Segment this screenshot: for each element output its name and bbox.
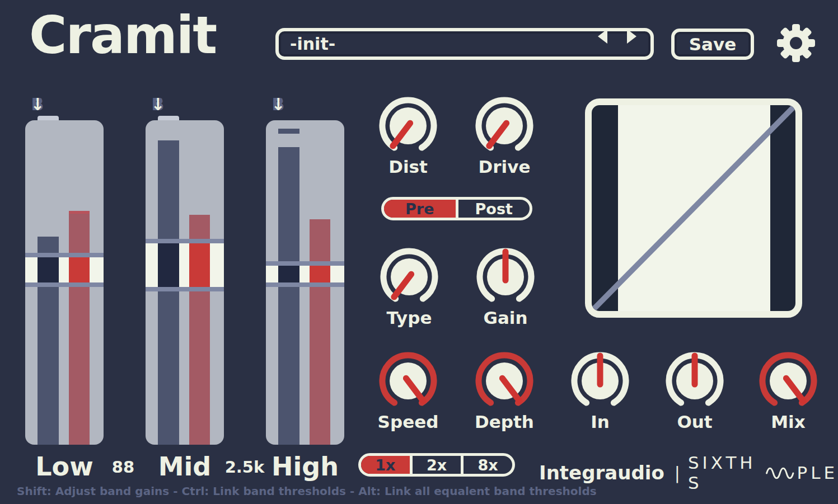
type-knob-label: Type — [364, 307, 454, 328]
mid-threshold-zone[interactable] — [146, 239, 224, 291]
low-threshold-zone[interactable] — [25, 253, 104, 287]
mid-threshold-reduction-bar — [189, 243, 210, 287]
dist-knob-label: Dist — [363, 156, 453, 177]
sixth-sample-logo: SIXTH S PLE — [688, 453, 838, 493]
high-threshold-bottom-line[interactable] — [266, 282, 344, 287]
high-band-label: High — [266, 453, 344, 480]
low-threshold-reduction-bar — [69, 257, 90, 282]
gear-icon[interactable] — [776, 23, 816, 63]
mix-knob[interactable]: Mix — [758, 351, 818, 411]
integraudio-logo: Integraudio — [539, 461, 664, 484]
high-collapse-button[interactable]: ↓ — [266, 95, 291, 114]
sine-wave-icon — [765, 464, 794, 483]
mid-threshold-window — [146, 243, 224, 287]
preset-prev-icon[interactable] — [598, 29, 607, 44]
high-threshold-zone[interactable] — [266, 261, 344, 287]
speed-knob-label: Speed — [363, 411, 453, 432]
brand-row: Integraudio | SIXTH S PLE — [539, 460, 838, 486]
high-reduction-bar — [310, 219, 330, 445]
prepost-option-pre[interactable]: Pre — [384, 200, 456, 218]
transfer-curve-display — [585, 98, 802, 318]
drive-knob-label: Drive — [460, 156, 549, 177]
gain-knob[interactable]: Gain — [475, 247, 536, 307]
prepost-option-post[interactable]: Post — [458, 200, 530, 218]
high-band: S B ↓ — [266, 95, 344, 453]
low-band-label: Low — [25, 453, 104, 480]
oversampling-option-1x[interactable]: 1x — [361, 456, 410, 474]
in-knob-label: In — [555, 411, 645, 432]
mid-band: S B ↓ — [146, 95, 224, 453]
page-title: Cramit — [29, 4, 216, 67]
crossover-low-mid-value[interactable]: 88 — [101, 456, 146, 478]
out-knob-label: Out — [650, 411, 739, 432]
low-reduction-bar — [69, 214, 90, 445]
oversampling-option-8x[interactable]: 8x — [464, 456, 512, 474]
speed-knob[interactable]: Speed — [378, 351, 438, 411]
low-threshold-bottom-line[interactable] — [25, 282, 104, 287]
out-knob[interactable]: Out — [664, 351, 725, 411]
crossover-mid-high-value[interactable]: 2.5k — [222, 456, 267, 478]
high-input-bar — [278, 147, 299, 445]
mid-band-meter[interactable] — [146, 120, 224, 445]
dist-knob[interactable]: Dist — [378, 96, 438, 156]
high-threshold-window — [266, 266, 344, 282]
in-knob[interactable]: In — [570, 351, 630, 411]
drive-knob[interactable]: Drive — [474, 96, 535, 156]
depth-knob-label: Depth — [460, 411, 549, 432]
brand-separator: | — [675, 463, 680, 483]
gain-knob-label: Gain — [461, 307, 550, 328]
transfer-curve-line — [592, 105, 795, 311]
oversampling-option-2x[interactable]: 2x — [413, 456, 461, 474]
depth-knob[interactable]: Depth — [474, 351, 535, 411]
mid-threshold-bottom-line[interactable] — [146, 287, 224, 291]
mid-threshold-input-bar — [158, 243, 179, 287]
oversampling-toggle: 1x 2x 8x — [358, 453, 515, 477]
low-band: S B ↓ — [25, 95, 104, 453]
high-band-meter[interactable] — [266, 120, 344, 445]
low-threshold-top-line[interactable] — [25, 253, 104, 257]
preset-next-icon[interactable] — [627, 29, 636, 44]
high-threshold-top-line[interactable] — [266, 261, 344, 266]
preset-selector[interactable]: -init- — [275, 28, 654, 60]
mix-knob-label: Mix — [743, 411, 833, 432]
low-bar-peak-cap — [69, 211, 90, 214]
mid-collapse-button[interactable]: ↓ — [146, 95, 170, 114]
modifier-hint-text: Shift: Adjust band gains - Ctrl: Link ba… — [17, 484, 597, 498]
mid-threshold-top-line[interactable] — [146, 239, 224, 243]
high-threshold-reduction-bar — [310, 266, 330, 282]
mid-input-bar — [158, 140, 179, 445]
low-threshold-input-bar — [38, 257, 59, 282]
low-collapse-button[interactable]: ↓ — [25, 95, 50, 114]
high-threshold-input-bar — [278, 266, 299, 282]
type-knob[interactable]: Type — [379, 247, 439, 307]
prepost-toggle: Pre Post — [381, 197, 532, 220]
preset-name: -init- — [290, 34, 335, 54]
high-peak-dash — [278, 129, 299, 134]
plugin-window: Cramit -init- Save S B ↓ — [0, 0, 838, 504]
save-button[interactable]: Save — [671, 29, 754, 60]
low-band-meter[interactable] — [25, 120, 104, 445]
low-threshold-window — [25, 257, 104, 282]
mid-band-label: Mid — [146, 453, 224, 480]
